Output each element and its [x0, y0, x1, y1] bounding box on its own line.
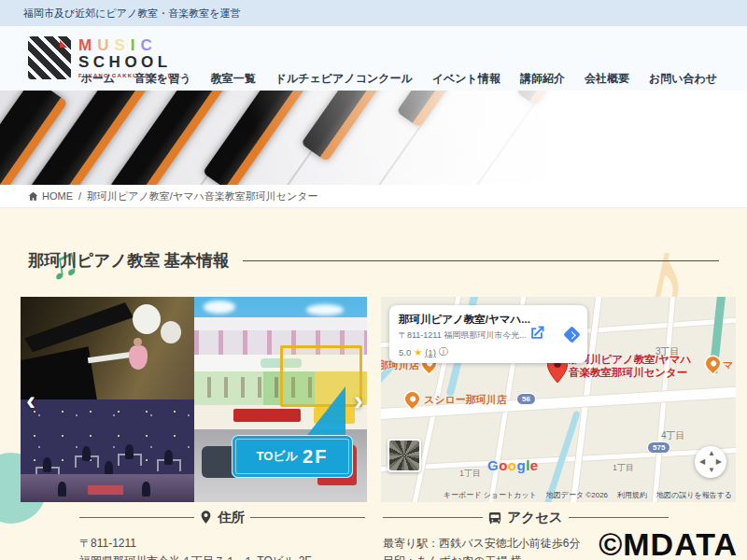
logo-stripes-icon: [28, 36, 71, 79]
map-card-address: 〒811-1211 福岡県那珂川市今光...: [399, 329, 578, 342]
route-badge-56: 56: [517, 394, 535, 404]
carousel-next-button[interactable]: ›: [339, 386, 363, 414]
access-heading-text: アクセス: [507, 509, 562, 526]
section-title: 那珂川ピアノ教室 基本情報: [28, 249, 230, 272]
building-red-sign: [233, 409, 301, 422]
map-data-copyright: 地図データ ©2026: [546, 490, 608, 500]
nav-item-learn-music[interactable]: 音楽を習う: [134, 71, 191, 87]
reviews-link[interactable]: (1): [425, 347, 436, 357]
google-logo[interactable]: Google: [487, 457, 539, 473]
nav-item-classroom-list[interactable]: 教室一覧: [211, 71, 256, 87]
main-section: ♫ ♪ 那珂川ピアノ教室 基本情報: [0, 208, 747, 560]
photo-carousel[interactable]: TOビル 2F ‹ ›: [21, 297, 367, 502]
access-heading: アクセス: [383, 509, 669, 526]
section-header: 那珂川ピアノ教室 基本情報: [28, 249, 719, 272]
stage-photo: [21, 399, 194, 502]
breadcrumb-separator: /: [78, 190, 81, 202]
google-map[interactable]: 3丁目 4丁目 1丁目 1丁目 那珂川店 スシロー那珂川店 マ 56 575 那…: [381, 297, 736, 502]
address-heading-text: 住所: [218, 509, 245, 526]
address-heading: 住所: [79, 509, 365, 526]
open-in-new-icon: [528, 324, 546, 343]
recital-photo: [21, 297, 194, 399]
breadcrumb-home-link[interactable]: HOME: [28, 190, 73, 202]
home-icon: [28, 191, 38, 202]
postal-code: 〒811-1211: [79, 535, 365, 553]
map-district-label: 1丁目: [459, 468, 481, 480]
address-block: 住所 〒811-1211 福岡県那珂川市今光４丁目７１−１ TOビル 2F: [79, 509, 365, 560]
watermark: ©MDATA: [599, 526, 738, 560]
hero-piano-image: 那珂川ピアノ教室/ヤマハ音楽教室那珂川センター: [0, 91, 747, 185]
nav-item-home[interactable]: ホーム: [81, 71, 116, 87]
address-text: 〒811-1211 福岡県那珂川市今光４丁目７１−１ TOビル 2F: [79, 535, 365, 560]
map-attribution: キーボード ショートカット 地図データ ©2026 利用規約 地図の誤りを報告す…: [381, 490, 736, 500]
directions-button[interactable]: [561, 324, 582, 344]
nav-item-company[interactable]: 会社概要: [585, 71, 629, 87]
site-header: MUSIC SCHOOL FUKANO GAKKITEN Co.,Ltd. ホー…: [0, 26, 747, 91]
street-address: 福岡県那珂川市今光４丁目７１−１ TOビル 2F: [79, 553, 365, 560]
breadcrumb-current: 那珂川ピアノ教室/ヤマハ音楽教室那珂川センター: [87, 189, 317, 203]
section-divider: [243, 260, 719, 261]
directions-icon: [563, 326, 580, 343]
map-pan-control[interactable]: ▲ ▼ ◀ ▶: [695, 446, 726, 478]
map-district-label: 1丁目: [613, 462, 634, 474]
open-in-maps-button[interactable]: [528, 324, 546, 346]
map-card-title: 那珂川ピアノ教室/ヤマハ...: [399, 313, 578, 327]
poi-label-sushiro[interactable]: スシロー那珂川店: [424, 393, 507, 407]
keyboard-shortcuts-link[interactable]: キーボード ショートカット: [444, 490, 537, 500]
top-info-bar: 福岡市及び近郊にピアノ教室・音楽教室を運営: [0, 0, 747, 26]
report-error-link[interactable]: 地図の誤りを報告する: [656, 490, 732, 500]
star-icon: ★: [414, 347, 422, 357]
logo-music-word: MUSIC: [78, 37, 182, 54]
carousel-prev-button[interactable]: ‹: [26, 386, 50, 414]
logo-school-word: SCHOOL: [78, 54, 182, 71]
route-badge-575: 575: [648, 442, 669, 453]
map-pin-icon: [200, 511, 212, 525]
building-floor-label: TOビル 2F: [232, 435, 353, 478]
poi-label-truncated[interactable]: マ: [723, 358, 733, 372]
nav-item-instructors[interactable]: 講師紹介: [520, 71, 565, 87]
nav-item-event-info[interactable]: イベント情報: [432, 71, 500, 87]
map-district-label: 4丁目: [661, 429, 685, 442]
map-info-card: 那珂川ピアノ教室/ヤマハ... 〒811-1211 福岡県那珂川市今光... 5…: [389, 305, 587, 363]
page: 福岡市及び近郊にピアノ教室・音楽教室を運営 MUSIC SCHOOL FUKAN…: [0, 0, 747, 560]
terms-link[interactable]: 利用規約: [617, 490, 647, 500]
restaurant-poi-icon[interactable]: [703, 354, 723, 373]
nav-item-contact[interactable]: お問い合わせ: [649, 71, 717, 87]
top-info-text: 福岡市及び近郊にピアノ教室・音楽教室を運営: [23, 7, 241, 19]
nav-item-dolce-piano-concours[interactable]: ドルチェピアノコンクール: [275, 71, 413, 87]
map-card-rating: 5.0 ★ (1) ⓘ: [399, 345, 578, 358]
main-nav: ホーム 音楽を習う 教室一覧 ドルチェピアノコンクール イベント情報 講師紹介 …: [81, 71, 717, 87]
info-icon[interactable]: ⓘ: [439, 345, 448, 358]
breadcrumb: HOME / 那珂川ピアノ教室/ヤマハ音楽教室那珂川センター: [0, 185, 747, 208]
map-view-thumbnail[interactable]: [388, 439, 421, 472]
bus-icon: [488, 511, 501, 525]
